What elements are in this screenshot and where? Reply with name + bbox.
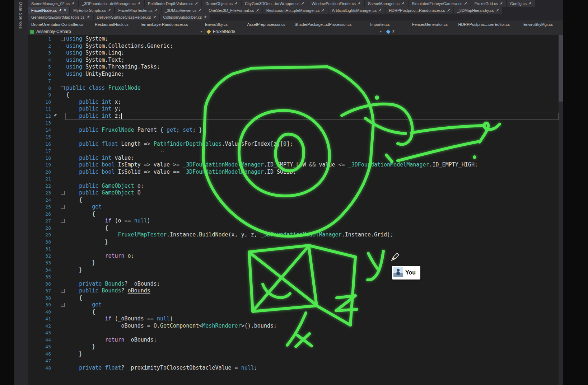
code-line[interactable]: 2using System.Collections.Generic;: [28, 43, 563, 50]
code-line[interactable]: 38 {: [28, 295, 563, 302]
code-line[interactable]: 16 public float Length => PathfinderDept…: [28, 141, 563, 148]
tab[interactable]: DeliverySurfaceClassHelper.cs: [94, 14, 159, 20]
tab[interactable]: TerrainLayerRandomizer.cs: [137, 20, 191, 28]
pin-icon[interactable]: [108, 9, 111, 12]
tab[interactable]: EnviroSky.cs: [192, 20, 241, 28]
code-line[interactable]: 37− public Bounds? oBounds: [28, 287, 563, 295]
code-line[interactable]: 36 private Bounds? _oBounds;: [28, 281, 563, 288]
pin-icon[interactable]: [154, 9, 158, 12]
tab[interactable]: CollisionSubscriber.cs: [160, 14, 210, 20]
code-line[interactable]: 4using System.Text;: [28, 57, 563, 64]
pin-icon[interactable]: [496, 9, 499, 12]
scrollbar-thumb[interactable]: [559, 35, 563, 102]
project-dropdown[interactable]: Assembly-CSharp ▾: [28, 28, 205, 35]
tab[interactable]: CityGen3DGen...torWrapper.cs: [242, 0, 308, 7]
code-line[interactable]: 23− public GameObject O: [28, 189, 563, 197]
code-line[interactable]: 19 public bool IsEmpty => value >= _3DFo…: [28, 161, 563, 169]
fold-collapse-icon[interactable]: −: [61, 37, 65, 41]
tab[interactable]: HDRPPostproc...izerEditor.cs: [455, 20, 513, 28]
pin-icon[interactable]: [447, 9, 450, 12]
tab[interactable]: WindowPositionFinder.cs: [308, 0, 364, 7]
code-line[interactable]: 18 public int value;: [28, 155, 563, 162]
tab[interactable]: _3DMapViewer.cs: [162, 7, 205, 14]
code-line[interactable]: 28 {: [28, 225, 563, 232]
tab[interactable]: _3DMapHierarchy.cs: [454, 7, 502, 14]
tab[interactable]: DroneObject.cs: [202, 0, 241, 7]
tab[interactable]: ShaderPackage...stProcessor.cs: [291, 20, 355, 28]
code-line[interactable]: 35: [28, 273, 563, 281]
code-line[interactable]: 43: [28, 329, 563, 337]
code-line[interactable]: 30 }: [28, 239, 563, 246]
tab[interactable]: FruxelNode.cs×: [28, 7, 69, 14]
code-line[interactable]: 41 if (_oBounds == null): [28, 315, 563, 323]
close-icon[interactable]: ×: [64, 8, 66, 12]
code-line[interactable]: 1−using System;: [28, 36, 563, 43]
code-line[interactable]: 34 }: [28, 267, 563, 274]
code-line[interactable]: 33 }: [28, 259, 563, 267]
code-line[interactable]: 29 FruxelMapTester.Instance.BuildNode(x,…: [28, 231, 563, 239]
tab[interactable]: _3DFoundatio...delManager.cs: [79, 0, 144, 7]
code-line[interactable]: 42 _oBounds = O.GetComponent<MeshRendere…: [28, 323, 563, 330]
code-line[interactable]: 48 private float? _proximityToClosestObs…: [28, 365, 563, 372]
tab[interactable]: EnviroSkyMgr.cs: [513, 20, 563, 28]
type-dropdown[interactable]: FruxelNode ▾: [205, 28, 384, 35]
code-line[interactable]: 5using System.Threading.Tasks;: [28, 64, 563, 71]
fold-collapse-icon[interactable]: −: [61, 219, 65, 223]
tab[interactable]: SceneManager.cs: [365, 0, 408, 7]
pin-icon[interactable]: [153, 15, 156, 19]
tab[interactable]: HDRPPostproc...Randomizer.cs: [386, 7, 453, 14]
code-line[interactable]: 27− if (o == null): [28, 217, 563, 225]
pin-icon[interactable]: [234, 2, 238, 5]
vertical-scrollbar[interactable]: [559, 35, 563, 385]
tab[interactable]: Importer.cs: [355, 20, 405, 28]
pin-icon[interactable]: [198, 9, 201, 12]
code-line[interactable]: 12 public int z;: [28, 113, 563, 120]
pin-icon[interactable]: [321, 9, 325, 12]
tab[interactable]: RestaurantHo...pleManager.cs: [263, 7, 328, 14]
code-line[interactable]: 46 }: [28, 351, 563, 358]
pin-icon[interactable]: [464, 2, 467, 5]
code-line[interactable]: 31: [28, 245, 563, 253]
pin-icon[interactable]: [378, 9, 382, 12]
fold-collapse-icon[interactable]: −: [61, 205, 65, 209]
code-line[interactable]: 13: [28, 119, 563, 127]
pin-icon[interactable]: [528, 2, 532, 5]
tab[interactable]: MyEditorScripts.cs: [70, 7, 114, 14]
pin-icon[interactable]: [358, 2, 361, 5]
tab[interactable]: SceneManager_02.cs: [28, 0, 78, 7]
code-line[interactable]: 26 {: [28, 211, 563, 218]
pin-icon[interactable]: [71, 2, 75, 5]
pin-icon[interactable]: [500, 2, 503, 5]
code-line[interactable]: 44 return _oBounds;: [28, 337, 563, 344]
pin-icon[interactable]: [256, 9, 259, 12]
code-line[interactable]: 21: [28, 175, 563, 183]
code-line[interactable]: 7: [28, 78, 563, 85]
pin-icon[interactable]: [59, 9, 62, 12]
pin-icon[interactable]: [137, 2, 141, 5]
tab[interactable]: ArtificialLightsManager.cs: [328, 7, 385, 14]
code-line[interactable]: 11 public int y;: [28, 105, 563, 113]
code-line[interactable]: 25− get: [28, 203, 563, 211]
code-line[interactable]: 3using System.Linq;: [28, 50, 563, 57]
code-line[interactable]: 15: [28, 133, 563, 141]
code-editor[interactable]: 1−using System;2using System.Collections…: [28, 35, 563, 385]
tab[interactable]: PathfinderDepthValues.cs: [145, 0, 201, 7]
tab[interactable]: AssetPreprocessor.cs: [242, 20, 291, 28]
code-line[interactable]: 9{: [28, 91, 563, 99]
code-line[interactable]: 24 {: [28, 197, 563, 204]
code-line[interactable]: 40 {: [28, 309, 563, 316]
data-sources-tab[interactable]: Data Sources: [19, 2, 23, 29]
tab[interactable]: FencesGenerator.cs: [405, 20, 455, 28]
pin-icon[interactable]: [204, 15, 207, 19]
chevron-down-icon[interactable]: ▾: [200, 30, 202, 33]
pin-icon[interactable]: [195, 2, 198, 5]
tab[interactable]: Config.cs: [507, 0, 535, 7]
fold-collapse-icon[interactable]: −: [61, 303, 65, 307]
fold-collapse-icon[interactable]: −: [61, 191, 65, 195]
pin-icon[interactable]: [401, 2, 405, 5]
tab[interactable]: OneSec3D_FileFormat.cs: [205, 7, 262, 14]
code-surface[interactable]: 1−using System;2using System.Collections…: [28, 35, 563, 371]
pin-icon[interactable]: [87, 15, 90, 19]
code-line[interactable]: 39− get: [28, 301, 563, 309]
pin-icon[interactable]: [301, 2, 304, 5]
